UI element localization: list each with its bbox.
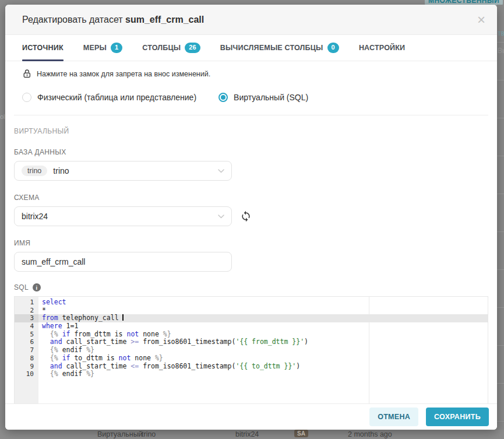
dataset-name-input[interactable] (14, 252, 232, 272)
editor-code: select*from telephony_call where 1=1 {% … (38, 297, 488, 406)
background-table-edge (497, 5, 504, 439)
modal-title: Редактировать датасет sum_eff_crm_call (22, 15, 204, 25)
save-button[interactable]: СОХРАНИТЬ (426, 408, 489, 426)
info-icon[interactable]: i (33, 283, 41, 292)
name-label: ИМЯ (14, 239, 488, 247)
modal-body: Нажмите на замок для запрета на внос изм… (5, 69, 497, 406)
tab-metrics[interactable]: МЕРЫ 1 (83, 35, 122, 61)
radio-circle-checked-icon (218, 93, 228, 102)
background-text-fragment: Вы (498, 47, 504, 55)
tab-label: СТОЛБЦЫ (142, 44, 181, 52)
tab-source[interactable]: ИСТОЧНИК (22, 35, 64, 61)
owner-avatar-badge: SA (294, 430, 308, 437)
source-type-radios: Физический (таблица или представление) В… (22, 93, 488, 102)
tab-settings[interactable]: НАСТРОЙКИ (359, 35, 405, 61)
sql-label-row: SQL i (14, 283, 488, 292)
database-select[interactable]: trino trino (14, 161, 232, 181)
radio-virtual[interactable]: Виртуальный (SQL) (218, 93, 308, 102)
refresh-icon (240, 210, 252, 222)
tab-label: ВЫЧИСЛЯЕМЫЕ СТОЛБЦЫ (220, 44, 323, 52)
title-dataset-name: sum_eff_crm_call (125, 15, 204, 24)
modal-header: Редактировать датасет sum_eff_crm_call × (5, 5, 497, 35)
radio-label: Виртуальный (SQL) (234, 93, 308, 102)
chevron-down-icon (218, 169, 224, 173)
sql-label: SQL (14, 283, 29, 292)
background-table-row: Виртуальный trino bitrix24 SA 2 months a… (0, 430, 504, 439)
background-text-fragment: тв (498, 29, 504, 37)
tab-label: ИСТОЧНИК (22, 44, 64, 52)
bg-dataset-kind: Виртуальный (97, 430, 143, 438)
background-text-fragment: ol (0, 113, 5, 120)
title-prefix: Редактировать датасет (22, 15, 125, 24)
columns-count-badge: 26 (185, 43, 200, 52)
tab-bar: ИСТОЧНИК МЕРЫ 1 СТОЛБЦЫ 26 ВЫЧИСЛЯЕМЫЕ С… (5, 35, 497, 61)
page: МНОЖЕСТВЕННЫЙ тв Вы ol Виртуальный trino… (0, 0, 504, 439)
close-icon[interactable]: × (477, 13, 485, 27)
database-engine-tag: trino (22, 166, 47, 176)
sql-editor[interactable]: 12345678910 select*from telephony_call w… (14, 296, 488, 406)
unlock-icon[interactable] (22, 69, 32, 79)
calculated-columns-count-badge: 0 (327, 43, 339, 52)
bg-schema: bitrix24 (235, 430, 259, 438)
bg-database: trino (142, 430, 156, 438)
lock-hint-row: Нажмите на замок для запрета на внос изм… (22, 69, 488, 79)
editor-gutter: 12345678910 (15, 297, 38, 406)
radio-physical[interactable]: Физический (таблица или представление) (22, 93, 196, 102)
modal-footer: ОТМЕНА СОХРАНИТЬ (5, 403, 497, 430)
bg-modified: 2 months ago (348, 430, 392, 438)
refresh-schema-button[interactable] (240, 210, 252, 222)
database-value: trino (53, 166, 69, 175)
radio-label: Физический (таблица или представление) (37, 93, 196, 102)
tab-label: НАСТРОЙКИ (359, 44, 405, 52)
virtual-section-label: ВИРТУАЛЬНЫЙ (14, 127, 488, 135)
tab-columns[interactable]: СТОЛБЦЫ 26 (142, 35, 200, 61)
lock-hint-text: Нажмите на замок для запрета на внос изм… (37, 70, 210, 78)
radio-circle-icon (22, 93, 31, 102)
chevron-down-icon (218, 215, 224, 219)
database-label: БАЗА ДАННЫХ (14, 148, 488, 156)
section-divider (14, 115, 488, 115)
cancel-button[interactable]: ОТМЕНА (369, 408, 418, 426)
schema-select[interactable]: bitrix24 (14, 206, 232, 226)
schema-row: bitrix24 (14, 202, 488, 226)
tab-label: МЕРЫ (83, 44, 107, 52)
schema-label: СХЕМА (14, 194, 488, 202)
metrics-count-badge: 1 (111, 43, 122, 52)
edit-dataset-modal: Редактировать датасет sum_eff_crm_call ×… (5, 5, 497, 430)
print-margin-line (369, 297, 369, 406)
schema-value: bitrix24 (22, 212, 48, 221)
tab-calculated-columns[interactable]: ВЫЧИСЛЯЕМЫЕ СТОЛБЦЫ 0 (220, 35, 339, 61)
